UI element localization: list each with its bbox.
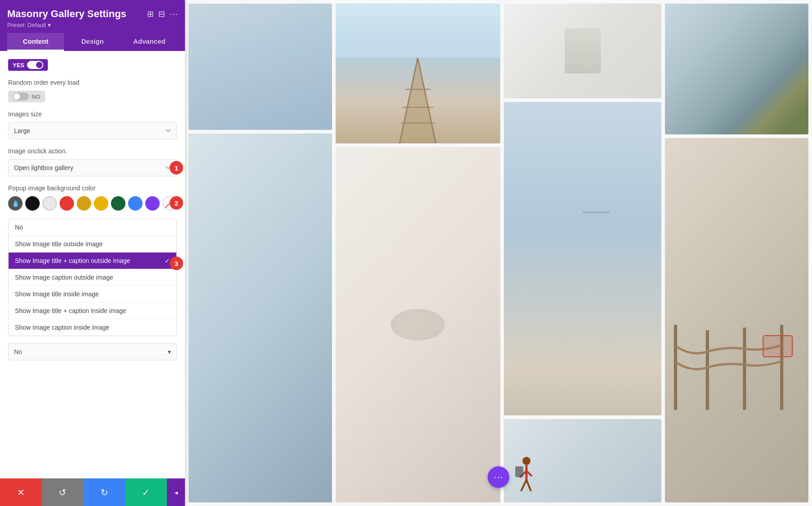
chevron-down-icon: ▾ — [168, 348, 171, 355]
resize-icon[interactable]: ⊞ — [147, 9, 154, 19]
random-order-label: Random order every load — [8, 79, 177, 86]
gallery-img-person — [504, 419, 661, 502]
header-icons: ⊞ ⊟ ⋯ — [147, 9, 178, 19]
sidebar-footer: ✕ ↺ ↻ ✓ ◂ — [0, 478, 185, 506]
popup-bg-section: Popup image background color 💧 2 — [8, 184, 177, 219]
step-badge-1: 1 — [170, 161, 183, 175]
gallery-img-pier — [336, 4, 500, 143]
more-icon[interactable]: ⋯ — [170, 9, 178, 19]
option-title-inside[interactable]: Show Image title inside image — [9, 286, 176, 303]
gallery-col-3 — [504, 4, 661, 502]
step-badge-3: 3 — [170, 257, 183, 270]
option-title-caption-inside[interactable]: Show Image title + caption inside image — [9, 303, 176, 319]
svg-point-6 — [522, 457, 531, 465]
sidebar-header: Masonry Gallery Settings ⊞ ⊟ ⋯ Preset: D… — [0, 0, 185, 51]
yes-toggle-switch[interactable] — [27, 61, 43, 69]
option-no[interactable]: No — [9, 219, 176, 236]
no-toggle[interactable]: NO — [8, 91, 45, 102]
tab-advanced[interactable]: Advanced — [121, 33, 178, 51]
main-content: ··· — [185, 0, 812, 506]
tab-content[interactable]: Content — [7, 33, 64, 51]
svg-marker-0 — [400, 58, 436, 143]
svg-line-10 — [521, 480, 526, 491]
yes-toggle[interactable]: YES — [8, 59, 48, 71]
settings-panel: Masonry Gallery Settings ⊞ ⊟ ⋯ Preset: D… — [0, 0, 185, 506]
eyedropper-swatch[interactable]: 💧 — [8, 196, 23, 211]
option-title-caption-outside[interactable]: Show Image title + caption outside image… — [9, 253, 176, 269]
gallery-img-livingroom — [336, 147, 500, 502]
white-swatch[interactable] — [42, 196, 57, 211]
yes-toggle-row: YES — [8, 59, 177, 71]
blue-swatch[interactable] — [128, 196, 143, 211]
gallery-col-1 — [189, 4, 332, 502]
bottom-select[interactable]: No ▾ — [8, 343, 177, 360]
cancel-button[interactable]: ✕ — [0, 478, 42, 506]
svg-line-11 — [526, 480, 531, 491]
images-size-select[interactable]: Large — [8, 122, 177, 139]
onclick-section: Image onclick action. Open lightbox gall… — [8, 147, 177, 176]
svg-rect-12 — [515, 466, 523, 477]
caption-dropdown-wrapper: No Show Image title outside image Show I… — [8, 219, 177, 336]
panel-title: Masonry Gallery Settings — [7, 8, 126, 20]
sidebar-content: YES Random order every load NO Images si… — [0, 51, 185, 478]
purple-swatch[interactable] — [145, 196, 160, 211]
gallery-grid — [185, 0, 812, 506]
green-swatch[interactable] — [111, 196, 125, 211]
gallery-col-2 — [336, 4, 500, 502]
gallery-img-ocean — [504, 102, 661, 415]
fab-button[interactable]: ··· — [488, 466, 509, 488]
images-size-section: Images size Large — [8, 110, 177, 147]
svg-rect-17 — [763, 336, 793, 357]
option-caption-inside[interactable]: Show Image caption inside image — [9, 319, 176, 336]
gallery-img-white-room — [504, 4, 661, 98]
gallery-col-4 — [665, 4, 808, 502]
orange-swatch[interactable] — [77, 196, 91, 211]
no-toggle-switch[interactable] — [13, 92, 29, 101]
grid-icon[interactable]: ⊟ — [158, 9, 165, 19]
tab-design[interactable]: Design — [64, 33, 121, 51]
black-swatch[interactable] — [25, 196, 40, 211]
step-badge-2: 2 — [170, 196, 183, 210]
gallery-img-rope — [665, 138, 808, 502]
redo-button[interactable]: ↻ — [83, 478, 125, 506]
gallery-img-1 — [189, 4, 332, 130]
extra-button[interactable]: ◂ — [167, 478, 185, 506]
gallery-img-2 — [189, 133, 332, 502]
yellow-swatch[interactable] — [94, 196, 108, 211]
gallery-img-cliff — [665, 4, 808, 134]
popup-bg-label: Popup image background color — [8, 184, 177, 192]
onclick-label: Image onclick action. — [8, 147, 177, 155]
tabs-bar: Content Design Advanced — [7, 33, 178, 51]
option-caption-outside[interactable]: Show Image caption outside image — [9, 269, 176, 286]
color-swatches: 💧 — [8, 196, 177, 211]
random-order-row: Random order every load NO — [8, 79, 177, 102]
option-title-outside[interactable]: Show Image title outside image — [9, 236, 176, 253]
undo-button[interactable]: ↺ — [42, 478, 84, 506]
preset-label[interactable]: Preset: Default ▾ — [7, 22, 178, 28]
save-button[interactable]: ✓ — [125, 478, 167, 506]
red-swatch[interactable] — [60, 196, 74, 211]
onclick-select[interactable]: Open lightbox gallery — [8, 159, 177, 176]
caption-dropdown: No Show Image title outside image Show I… — [8, 219, 177, 336]
images-size-label: Images size — [8, 110, 177, 118]
